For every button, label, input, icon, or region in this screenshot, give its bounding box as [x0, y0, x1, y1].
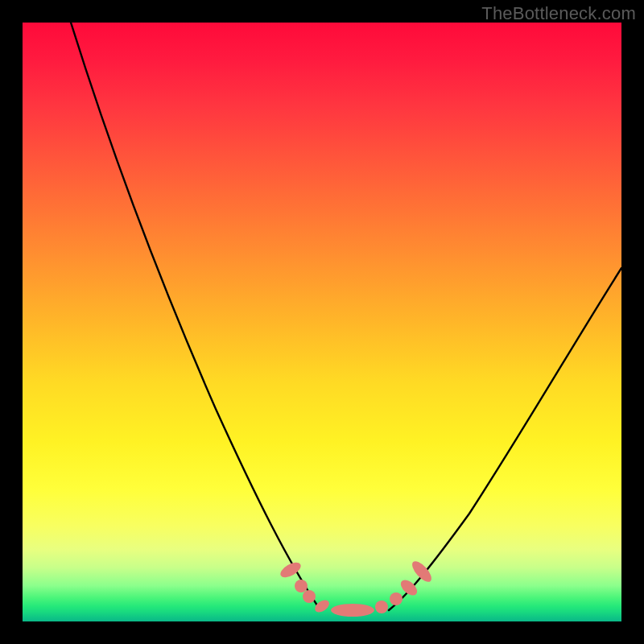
marker-dot	[390, 592, 402, 605]
curve-right	[389, 268, 621, 610]
curve-left	[71, 23, 320, 610]
marker-dot	[375, 601, 388, 613]
chart-svg	[23, 23, 621, 621]
bottom-markers	[278, 558, 435, 617]
marker-pill	[398, 577, 419, 598]
marker-pill	[409, 558, 435, 584]
marker-dot	[303, 590, 316, 603]
watermark-text: TheBottleneck.com	[481, 3, 636, 24]
marker-bar	[331, 604, 374, 617]
plot-area	[23, 23, 621, 621]
outer-frame: TheBottleneck.com	[0, 0, 644, 644]
marker-dot	[295, 580, 308, 592]
marker-pill	[312, 597, 331, 614]
